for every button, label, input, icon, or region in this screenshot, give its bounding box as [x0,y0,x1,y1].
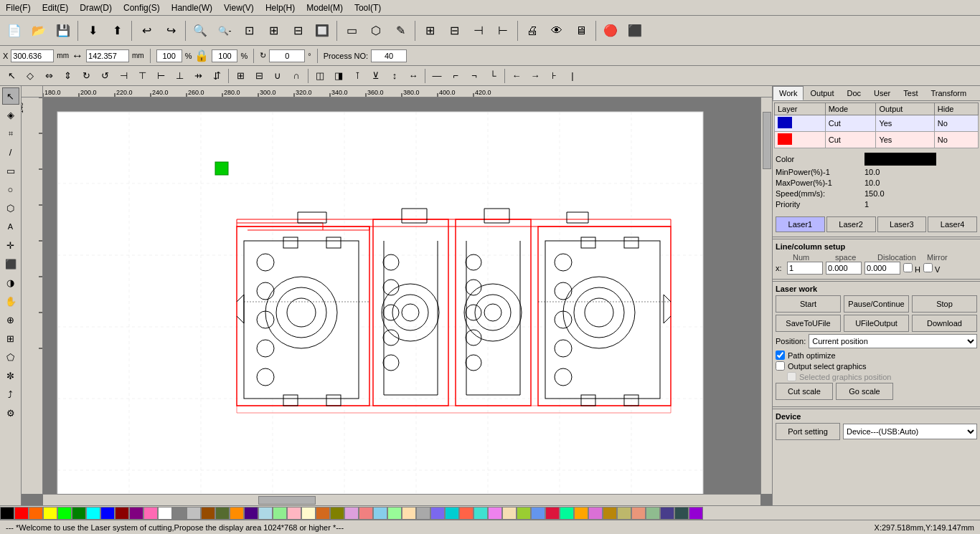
selected-graphics-checkbox[interactable] [787,372,796,381]
arrow-r[interactable]: → [527,67,544,85]
swatch-darkslateblue[interactable] [660,507,674,520]
laser2-tab[interactable]: Laser2 [826,216,876,232]
swatch-mediumpurple[interactable] [430,507,445,520]
pct1-input[interactable] [156,49,182,62]
table-row[interactable]: Cut Yes No [775,132,979,148]
swatch-tomato[interactable] [459,507,473,520]
swatch-plum[interactable] [344,507,359,520]
ungroup-tool[interactable]: ⊟ [250,67,268,85]
swatch-palegreen[interactable] [387,507,402,520]
zoom-fit-button[interactable]: ⊡ [237,19,260,42]
align-left-btn[interactable]: ⊣ [467,19,490,42]
vertical-scrollbar[interactable] [760,97,772,494]
menu-tool[interactable]: Tool(T) [349,1,387,14]
stop-button[interactable]: Stop [912,295,977,313]
swatch-yellow[interactable] [43,507,57,520]
new-button[interactable]: 📄 [3,19,26,42]
savetou-button[interactable]: SaveToUFile [776,315,841,332]
swatch-cyan[interactable] [86,507,100,520]
x-num-input[interactable] [787,262,823,275]
hand-tool[interactable]: ✋ [2,292,19,310]
horizontal-scrollbar[interactable] [43,494,760,505]
dist-h-tool[interactable]: ⇸ [189,67,207,85]
pausecontinue-button[interactable]: Pause/Continue [844,295,909,313]
break-tool[interactable]: ∩ [288,67,305,85]
swatch-darkorange[interactable] [230,507,244,520]
path-tool[interactable]: ⤴ [2,386,19,403]
swatch-darkgoldenrod[interactable] [603,507,617,520]
output-select-checkbox[interactable] [776,361,785,371]
combine-tool[interactable]: ∪ [269,67,286,85]
laser4-tab[interactable]: Laser4 [928,216,977,232]
save-button[interactable]: 💾 [52,19,75,42]
align-tool1[interactable]: ⊣ [115,67,132,85]
align2-l[interactable]: ◫ [311,67,329,85]
swatch-darkgray[interactable] [416,507,430,520]
measure-left-tool[interactable]: ✛ [2,237,19,254]
zoom-out-button[interactable]: 🔍- [213,19,236,42]
menu-handle[interactable]: Handle(W) [166,1,218,14]
rect-draw-tool[interactable]: ▭ [2,162,19,179]
swatch-olive[interactable] [330,507,344,520]
tab-work[interactable]: Work [773,86,804,100]
align2-cv[interactable]: ↔ [405,67,422,85]
swatch-lightpink[interactable] [287,507,301,520]
swatch-lightblue[interactable] [258,507,273,520]
zoom-area-button[interactable]: ⊞ [262,19,285,42]
swatch-lightgreen[interactable] [273,507,287,520]
preview-btn[interactable]: 👁 [545,19,568,42]
menu-config[interactable]: Config(S) [118,1,166,14]
fill-tool[interactable]: ⬛ [2,255,19,272]
swatch-blue[interactable] [100,507,115,520]
swatch-orchid[interactable] [588,507,603,520]
group-btn[interactable]: ⊞ [418,19,441,42]
open-button[interactable]: 📂 [27,19,50,42]
position-select[interactable]: Current position [809,334,977,348]
swatch-hotpink[interactable] [143,507,158,520]
rotate-cw-tool[interactable]: ↻ [77,67,95,85]
swatch-darksalmon[interactable] [631,507,646,520]
horizontal-scroll-thumb[interactable] [258,496,316,505]
swatch-cornflower[interactable] [531,507,545,520]
edit-tool[interactable]: ⌗ [2,125,19,142]
menu-model[interactable]: Model(M) [301,1,349,14]
swatch-red[interactable] [14,507,29,520]
start-button[interactable]: Start [776,295,841,313]
canvas-content[interactable] [43,97,760,494]
export-button[interactable]: ⬆ [105,19,128,42]
swatch-chocolate[interactable] [316,507,330,520]
tab-transform[interactable]: Transform [924,86,973,100]
ungroup-btn[interactable]: ⊟ [443,19,466,42]
download-button[interactable]: Download [912,315,977,332]
swatch-lightyellow[interactable] [301,507,316,520]
laser1-tab[interactable]: Laser1 [776,216,825,232]
mirror-h-checkbox[interactable] [903,263,913,272]
swatch-crimson[interactable] [545,507,560,520]
align-right-btn[interactable]: ⊢ [491,19,514,42]
align2-t[interactable]: ⊺ [349,67,366,85]
draw-tool[interactable]: ✎ [389,19,412,42]
ufileoutput-button[interactable]: UFileOutput [844,315,909,332]
trace-tool[interactable]: ⬠ [2,348,19,366]
swatch-medturquoise[interactable] [473,507,488,520]
menu-draw[interactable]: Draw(D) [74,1,118,14]
color-box[interactable] [864,153,936,166]
pipe-tool[interactable]: | [564,67,581,85]
swatch-darkolivegreen[interactable] [215,507,230,520]
swatch-violet[interactable] [488,507,502,520]
zoom-left-tool[interactable]: ⊕ [2,311,19,328]
group-tool[interactable]: ⊞ [232,67,249,85]
swatch-yellowgreen[interactable] [517,507,531,520]
align-tool2[interactable]: ⊤ [133,67,151,85]
laser3-tab[interactable]: Laser3 [877,216,927,232]
circle-tool[interactable]: ⬡ [364,19,387,42]
menu-view[interactable]: View(V) [218,1,260,14]
grid-tool[interactable]: ⊞ [2,330,19,347]
zoom-select-button[interactable]: 🔲 [311,19,334,42]
swatch-medspringgreen[interactable] [560,507,574,520]
swatch-darkviolet[interactable] [689,507,703,520]
swatch-turquoise[interactable] [445,507,459,520]
x-coord-input[interactable] [11,49,54,62]
swatch-skyblue[interactable] [373,507,387,520]
print-btn[interactable]: 🖨 [521,19,544,42]
